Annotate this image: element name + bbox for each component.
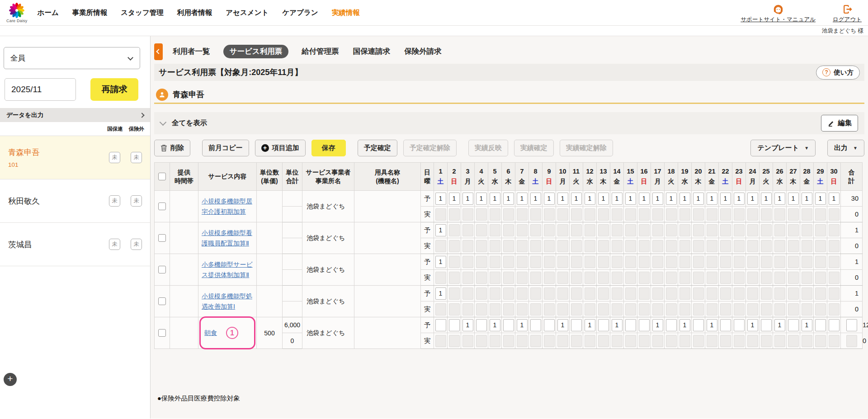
- service-link[interactable]: 小規模多機能型居宅介護初期加算: [202, 198, 252, 215]
- plan-day-input[interactable]: 1: [707, 319, 717, 331]
- plan-day-input[interactable]: [788, 319, 799, 331]
- plan-day-input[interactable]: [449, 319, 460, 331]
- plan-day-input[interactable]: 1: [462, 193, 473, 205]
- rebill-button[interactable]: 再請求: [90, 78, 138, 101]
- plan-day-input[interactable]: [720, 319, 731, 331]
- plan-day-input[interactable]: 1: [625, 193, 636, 205]
- toolbar-button-項目追加[interactable]: +項目追加: [255, 140, 306, 156]
- plan-day-input[interactable]: 1: [666, 193, 677, 205]
- plan-day-input[interactable]: [625, 319, 636, 331]
- tab-1[interactable]: 利用者一覧: [172, 45, 211, 58]
- app-logo[interactable]: Care Daisy: [6, 3, 28, 23]
- plan-day-input[interactable]: 1: [544, 193, 555, 205]
- plan-day-input[interactable]: [815, 319, 826, 331]
- plan-day-input[interactable]: 1: [449, 193, 460, 205]
- plan-day-input[interactable]: [846, 319, 857, 331]
- plan-day-input[interactable]: 1: [612, 193, 623, 205]
- support-site-link[interactable]: サポートサイト・マニュアル: [741, 4, 816, 24]
- plan-day-input[interactable]: 1: [734, 193, 745, 205]
- nav-item-5[interactable]: アセスメント: [226, 8, 269, 18]
- plan-day-input[interactable]: 1: [585, 193, 595, 205]
- nav-item-2[interactable]: 事業所情報: [72, 8, 108, 18]
- plan-day-input[interactable]: [476, 319, 487, 331]
- plan-day-input[interactable]: 1: [652, 319, 663, 331]
- plan-day-input[interactable]: 1: [815, 193, 826, 205]
- plan-day-input[interactable]: [503, 319, 514, 331]
- plan-day-input[interactable]: 1: [774, 193, 785, 205]
- plan-day-input[interactable]: 1: [598, 193, 609, 205]
- plan-day-input[interactable]: 1: [774, 319, 785, 331]
- service-link[interactable]: 小多機能型サービス提供体制加算Ⅱ: [202, 261, 253, 278]
- plan-day-input[interactable]: [435, 319, 446, 331]
- plan-day-input[interactable]: 1: [585, 319, 595, 331]
- plan-day-input[interactable]: 1: [693, 193, 704, 205]
- tab-5[interactable]: 保険外請求: [403, 45, 443, 58]
- plan-day-input[interactable]: 1: [747, 193, 758, 205]
- toolbar-button-予定確定[interactable]: 予定確定: [358, 140, 397, 156]
- plan-day-input[interactable]: [829, 319, 840, 331]
- service-link[interactable]: 小規模多機能型処遇改善加算Ⅰ: [202, 292, 252, 310]
- collapse-sidebar-button[interactable]: [154, 43, 163, 60]
- plan-day-input[interactable]: [693, 319, 704, 331]
- user-list-item[interactable]: 青森申吾101未未: [0, 136, 150, 179]
- plan-day-input[interactable]: 1: [557, 319, 568, 331]
- plan-day-input[interactable]: [530, 319, 541, 331]
- toolbar-button-削除[interactable]: 削除: [154, 140, 190, 156]
- plan-day-input[interactable]: 1: [802, 319, 812, 331]
- plan-day-input[interactable]: [761, 319, 772, 331]
- plan-day-input[interactable]: 1: [476, 193, 487, 205]
- plan-day-input[interactable]: [639, 319, 650, 331]
- plan-day-input[interactable]: 1: [435, 193, 446, 205]
- export-data-expander[interactable]: データを出力: [0, 108, 150, 122]
- template-dropdown[interactable]: テンプレート▼: [750, 140, 816, 156]
- tab-4[interactable]: 国保連請求: [352, 45, 392, 58]
- plan-day-input[interactable]: [598, 319, 609, 331]
- output-dropdown[interactable]: 出力▼: [827, 140, 864, 156]
- plan-day-input[interactable]: 1: [747, 319, 758, 331]
- nav-item-1[interactable]: ホーム: [38, 8, 59, 18]
- row-checkbox[interactable]: [158, 202, 166, 210]
- toolbar-button-前月コピー[interactable]: 前月コピー: [202, 140, 249, 156]
- plan-day-input[interactable]: 1: [503, 193, 514, 205]
- plan-day-input[interactable]: [571, 319, 582, 331]
- plan-day-input[interactable]: 1: [707, 193, 717, 205]
- row-checkbox[interactable]: [158, 329, 166, 337]
- plan-day-input[interactable]: 1: [612, 319, 623, 331]
- plan-day-input[interactable]: 1: [639, 193, 650, 205]
- plan-day-input[interactable]: 1: [829, 193, 840, 205]
- plan-day-input[interactable]: 1: [720, 193, 731, 205]
- help-button[interactable]: ? 使い方: [816, 66, 860, 80]
- show-all-expander[interactable]: 全てを表示 編集: [154, 112, 864, 134]
- nav-item-4[interactable]: 利用者情報: [177, 8, 212, 18]
- service-link[interactable]: 小規模多機能型看護職員配置加算Ⅱ: [202, 229, 252, 246]
- plan-day-input[interactable]: 1: [490, 193, 500, 205]
- logout-link[interactable]: ログアウト: [833, 4, 862, 24]
- plan-day-input[interactable]: 1: [462, 319, 473, 331]
- toolbar-button-保存[interactable]: 保存: [311, 140, 346, 156]
- row-checkbox[interactable]: [158, 297, 166, 305]
- add-user-button[interactable]: +: [4, 373, 17, 386]
- user-list-item[interactable]: 茨城昌未未: [0, 223, 150, 266]
- nav-item-3[interactable]: スタッフ管理: [121, 8, 163, 18]
- nav-item-6[interactable]: ケアプラン: [282, 8, 318, 18]
- service-link[interactable]: 朝食: [204, 328, 217, 338]
- plan-day-input[interactable]: 1: [788, 193, 799, 205]
- plan-day-input[interactable]: 1: [517, 193, 528, 205]
- plan-day-input[interactable]: 1: [652, 193, 663, 205]
- plan-day-input[interactable]: 1: [530, 193, 541, 205]
- select-all-checkbox[interactable]: [158, 173, 166, 180]
- plan-day-input[interactable]: 1: [571, 193, 582, 205]
- tab-3[interactable]: 給付管理票: [301, 45, 340, 58]
- row-checkbox[interactable]: [158, 234, 166, 242]
- plan-day-input[interactable]: 1: [557, 193, 568, 205]
- user-filter-select[interactable]: 全員: [4, 47, 140, 69]
- plan-day-input[interactable]: [666, 319, 677, 331]
- plan-day-input[interactable]: 1: [490, 319, 500, 331]
- plan-day-input[interactable]: 1: [802, 193, 812, 205]
- user-list-item[interactable]: 秋田敬久未未: [0, 179, 150, 223]
- plan-day-input[interactable]: 1: [517, 319, 528, 331]
- nav-item-7[interactable]: 実績情報: [332, 8, 360, 18]
- plan-day-input[interactable]: 1: [435, 224, 446, 236]
- row-checkbox[interactable]: [158, 266, 166, 273]
- plan-day-input[interactable]: [544, 319, 555, 331]
